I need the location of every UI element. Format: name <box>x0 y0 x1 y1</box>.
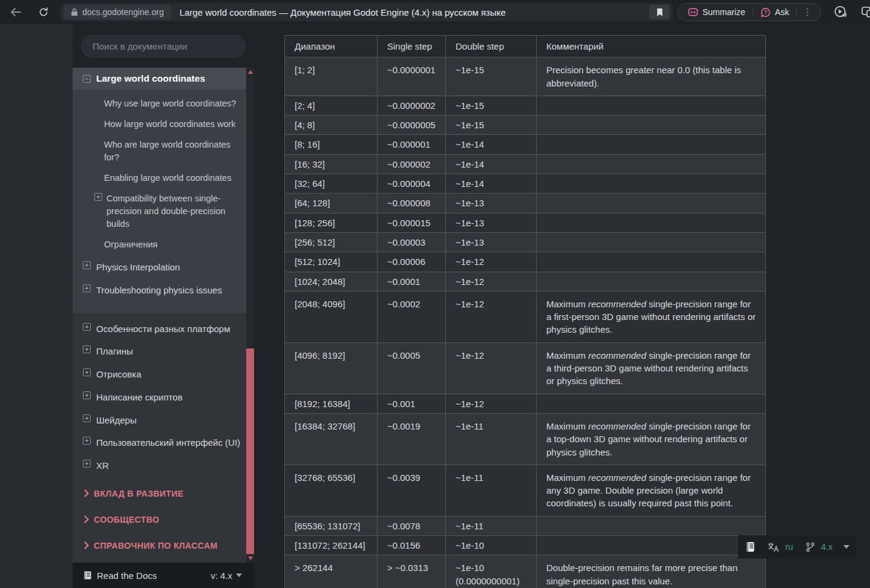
translate-icon <box>767 542 780 552</box>
table-row: [1; 2]~0.0000001~1e-15Precision becomes … <box>285 57 766 96</box>
summarize-button[interactable]: Summarize <box>681 4 753 21</box>
expand-icon[interactable]: + <box>83 414 91 422</box>
search-input[interactable] <box>81 35 246 57</box>
sidebar-item-label: Отрисовка <box>96 368 141 381</box>
sidebar-caption[interactable]: СООБЩЕСТВО <box>73 515 254 524</box>
ask-button[interactable]: ? Ask <box>753 4 796 21</box>
readthedocs-version-widget[interactable]: ru 4.x <box>738 535 857 558</box>
back-button[interactable] <box>4 2 28 22</box>
svg-text:?: ? <box>764 9 767 15</box>
expand-icon[interactable]: + <box>83 437 91 445</box>
cell-double-step: ~1e-12 <box>446 291 537 342</box>
cell-single-step: ~0.0019 <box>378 413 446 465</box>
cell-single-step: ~0.000008 <box>378 194 446 213</box>
sidebar-item[interactable]: +Шейдеры <box>73 414 254 427</box>
table-row: [8; 16]~0.000001~1e-14 <box>285 135 766 154</box>
sidebar-caption[interactable]: ВКЛАД В РАЗВИТИЕ <box>73 489 254 498</box>
table-row: [64; 128]~0.000008~1e-13 <box>285 194 766 213</box>
version-value[interactable]: 4.x <box>821 542 832 552</box>
scrollbar-thumb[interactable] <box>246 348 254 554</box>
sidebar-item[interactable]: +Пользовательский интерфейс (UI) <box>73 436 254 449</box>
expand-icon[interactable]: + <box>94 193 102 201</box>
cell-double-step: ~1e-14 <box>446 154 537 174</box>
cell-single-step: ~0.0000005 <box>378 116 446 135</box>
expand-icon[interactable]: + <box>83 368 91 376</box>
panels-button[interactable] <box>861 5 870 19</box>
table-row: [8192; 16384]~0.001~1e-12 <box>285 394 766 413</box>
expand-icon[interactable]: + <box>83 345 91 353</box>
language-value[interactable]: ru <box>785 542 793 552</box>
sidebar-subitem[interactable]: Enabling large world coordinates <box>73 172 254 185</box>
sidebar-item[interactable]: +Troubleshooting physics issues <box>73 284 254 297</box>
cell-range: [8192; 16384] <box>285 394 378 413</box>
sidebar-item[interactable]: +XR <box>73 459 254 472</box>
cell-double-step: ~1e-14 <box>446 174 537 194</box>
column-header: Комментарий <box>537 36 766 57</box>
cell-double-step: ~1e-15 <box>446 96 537 115</box>
sidebar-item-label: Troubleshooting physics issues <box>96 284 222 297</box>
page-title: Large world coordinates — Документация G… <box>180 7 649 18</box>
url-chip[interactable]: docs.godotengine.org <box>64 5 171 19</box>
table-row: [131072; 262144]~0.0156~1e-10 <box>285 536 766 555</box>
cell-comment <box>537 194 766 213</box>
sidebar-item[interactable]: +Physics Interpolation <box>73 261 254 274</box>
table-row: [256; 512]~0.00003~1e-13 <box>285 232 766 252</box>
sidebar-subitem[interactable]: How large world coordinates work <box>73 118 254 131</box>
sidebar-footer: Read the Docs v: 4.x <box>73 563 254 588</box>
listen-page-button[interactable] <box>833 5 848 19</box>
cell-single-step: ~0.000015 <box>378 213 446 232</box>
scroll-up-button[interactable] <box>246 68 254 76</box>
table-row: [32; 64]~0.000004~1e-14 <box>285 174 766 194</box>
cell-range: [2048; 4096] <box>285 291 378 342</box>
cell-single-step: ~0.0039 <box>378 465 446 516</box>
table-row: > 262144> ~0.0313~1e-10 (0.0000000001)Do… <box>285 555 766 588</box>
current-item-label: Large world coordinates <box>96 73 205 84</box>
current-section-block: − Large world coordinates Why use large … <box>73 68 254 313</box>
cell-comment <box>537 154 766 174</box>
assistant-pill: Summarize ? Ask ⋮ <box>678 3 821 21</box>
expand-icon[interactable]: + <box>83 391 91 399</box>
sidebar-item-label: Особенности разных платформ <box>96 322 231 336</box>
sidebar-subitem-label: Why use large world coordinates? <box>104 99 236 108</box>
version-flyout-toggle[interactable]: v: 4.x <box>211 570 242 581</box>
cell-single-step: ~0.001 <box>378 394 446 413</box>
bookmark-button[interactable] <box>649 5 670 19</box>
scroll-down-button[interactable] <box>246 554 254 563</box>
sidebar-subitem[interactable]: +Compatibility between single-precision … <box>73 192 254 230</box>
cell-single-step: > ~0.0313 <box>378 555 446 588</box>
cell-single-step: ~0.0078 <box>378 516 446 535</box>
cell-range: [1024; 2048] <box>285 272 378 291</box>
sidebar-item[interactable]: +Особенности разных платформ <box>73 322 254 336</box>
expand-icon[interactable]: + <box>83 261 91 269</box>
sidebar-caption[interactable]: СПРАВОЧНИК ПО КЛАССАМ <box>73 541 254 550</box>
column-header: Double step <box>446 36 537 57</box>
book-icon <box>83 570 92 580</box>
sidebar-subitem[interactable]: Who are large world coordinates for? <box>73 139 254 164</box>
table-row: [16; 32]~0.000002~1e-14 <box>285 154 766 174</box>
address-bar[interactable]: docs.godotengine.org Large world coordin… <box>61 3 673 21</box>
sidebar-item[interactable]: +Отрисовка <box>73 368 254 381</box>
expand-icon[interactable]: + <box>83 284 91 292</box>
expand-icon[interactable]: + <box>83 460 91 468</box>
nav-captions: ВКЛАД В РАЗВИТИЕСООБЩЕСТВОСПРАВОЧНИК ПО … <box>73 489 254 550</box>
sidebar-caption-label: СООБЩЕСТВО <box>94 515 159 524</box>
reload-button[interactable] <box>31 2 56 22</box>
table-row: [128; 256]~0.000015~1e-13 <box>285 213 766 232</box>
cell-range: [8; 16] <box>285 135 378 154</box>
sidebar-item-current[interactable]: − Large world coordinates <box>73 68 254 90</box>
url-text: docs.godotengine.org <box>82 7 164 17</box>
summarize-label: Summarize <box>702 7 745 17</box>
collapse-icon[interactable]: − <box>83 75 91 83</box>
sidebar-scrollbar[interactable] <box>246 68 254 563</box>
expand-icon[interactable]: + <box>83 323 91 331</box>
readthedocs-brand[interactable]: Read the Docs <box>97 570 157 581</box>
sidebar-item[interactable]: +Написание скриптов <box>73 391 254 404</box>
page-body: − Large world coordinates Why use large … <box>0 24 870 588</box>
pill-menu-button[interactable]: ⋮ <box>797 7 818 18</box>
sidebar-item[interactable]: +Плагины <box>73 345 254 358</box>
sidebar-subitem[interactable]: Why use large world coordinates? <box>73 97 254 110</box>
chevron-down-icon <box>843 545 849 549</box>
main-content: ДиапазонSingle stepDouble stepКомментари… <box>254 24 870 588</box>
sidebar-subitem[interactable]: Ограничения <box>73 238 254 251</box>
scroll-down-icon <box>248 557 253 560</box>
